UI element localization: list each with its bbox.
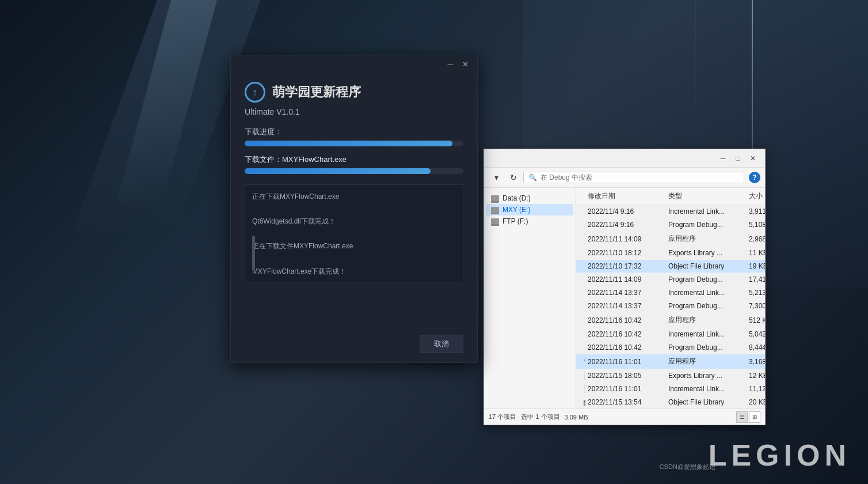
file-type: Program Debug... [666,220,747,229]
drive-item-d[interactable]: Data (D:) [486,192,573,204]
table-row[interactable]: 2022/11/11 14:09 应用程序 2,968 KB [576,232,765,247]
minimize-button[interactable]: ─ [444,58,456,70]
file-size: 3,168 KB [747,357,765,366]
drive-icon-e [491,207,499,213]
file-type: Exports Library ... [666,371,747,380]
table-row[interactable]: 📄 QUpdater.exp 2022/11/15 18:05 Exports … [576,369,765,383]
file-date: 2022/11/14 13:37 [585,288,666,297]
table-row[interactable]: 📄 QUpdater.ilk 2022/11/16 11:01 Incremen… [576,383,765,396]
file-size: 12 KB [747,371,765,380]
dialog-header: ↑ 萌学园更新程序 [245,82,463,103]
search-box: 🔍 [523,172,744,183]
status-item-count: 17 个项目 [489,413,516,421]
file-name [581,305,585,307]
drive-item-f[interactable]: FTP (F:) [486,215,573,227]
view-grid-button[interactable]: ⊞ [749,411,760,423]
file-date: 2022/11/14 13:37 [585,301,666,311]
dialog-titlebar: ─ ✕ [231,55,477,73]
table-row[interactable]: 2022/11/16 10:42 Incremental Link... 5,0… [576,328,765,341]
file-size: 2,968 KB [747,235,765,244]
table-row[interactable]: 2022/11/10 18:12 Exports Library ... 11 … [576,247,765,260]
file-type: Object File Library [666,398,747,407]
file-size: 7,300 KB [747,301,765,311]
file-name [581,239,585,240]
cancel-button[interactable]: 取消 [420,335,463,353]
table-row[interactable]: 2022/11/14 13:37 Incremental Link... 5,2… [576,286,765,300]
file-date: 2022/11/11 14:09 [585,275,666,284]
search-icon: 🔍 [528,173,537,181]
status-size: 3.09 MB [565,414,588,421]
file-type: Incremental Link... [666,288,747,297]
progress-bar2-fill [245,168,431,174]
file-type: 应用程序 [666,233,747,244]
file-size: 17,412 KB [747,275,765,284]
table-row[interactable]: 2022/11/4 9:16 Incremental Link... 3,911… [576,205,765,218]
explorer-right-panel: 修改日期 类型 大小 2022/11/4 9:16 Incremental Li… [576,188,765,409]
file-type: Incremental Link... [666,207,747,216]
progress-bar-container [245,141,463,146]
drive-icon-f [491,218,499,224]
col-header-type: 类型 [666,190,747,202]
close-button[interactable]: ✕ [459,58,471,70]
file-size: 5,108 KB [747,220,765,229]
drive-icon-d [491,195,499,201]
file-size: 512 KB [747,316,765,325]
table-row[interactable]: 2022/11/14 13:37 Program Debug... 7,300 … [576,300,765,313]
file-date: 2022/11/15 18:05 [585,371,666,380]
update-icon: ↑ [245,82,265,103]
file-size: 3,911 KB [747,207,765,216]
explorer-maximize-button[interactable]: □ [730,152,745,165]
explorer-refresh-button[interactable]: ↻ [506,170,521,185]
table-row-highlighted[interactable]: 🔧 QUpdater.exp 2022/11/16 11:01 应用程序 3,1… [576,354,765,369]
table-row[interactable]: 2022/11/16 10:42 应用程序 512 KB [576,313,765,328]
log-line-7: MXYFlowChart.exe下载完成！ [252,266,456,278]
log-line-4 [252,228,456,241]
log-scrollbar-thumb [252,236,255,270]
file-date: 2022/11/16 10:42 [585,330,666,339]
explorer-titlebar: ─ □ ✕ [484,149,765,168]
file-name: ▦ QUpdater.lib [581,398,585,407]
drive-item-e[interactable]: MXY (E:) [486,204,573,215]
legion-watermark: LEGION [709,438,851,472]
explorer-toolbar: ▾ ↻ 🔍 ? [484,168,765,188]
file-size: 8,444 KB [747,343,765,352]
progress-bar2-container [245,168,463,174]
explorer-minimize-button[interactable]: ─ [715,152,730,165]
updater-dialog: ─ ✕ ↑ 萌学园更新程序 Ultimate V1.0.1 下载进度： 下载文件… [230,55,478,363]
explorer-window: ─ □ ✕ ▾ ↻ 🔍 ? Data (D:) MXY (E:) FTP (F:… [484,149,766,425]
table-row[interactable]: ▦ QUpdater.lib 2022/11/15 13:54 Object F… [576,396,765,409]
log-line-5: 正在下载文件MXYFlowChart.exe [252,240,456,253]
log-line-3: Qt6Widgetsd.dll下载完成！ [252,215,456,228]
file-date: 2022/11/11 14:09 [585,235,666,244]
search-input[interactable] [540,173,739,181]
file-name [581,266,585,267]
explorer-dropdown-button[interactable]: ▾ [489,170,504,185]
dialog-title: 萌学园更新程序 [272,84,361,101]
view-list-button[interactable]: ☰ [736,411,748,423]
table-row[interactable]: 2022/11/11 14:09 Program Debug... 17,412… [576,273,765,286]
file-name [581,211,585,212]
table-row[interactable]: 2022/11/4 9:16 Program Debug... 5,108 KB [576,218,765,232]
file-date: 2022/11/4 9:16 [585,220,666,229]
file-date: 2022/11/15 13:54 [585,398,666,407]
explorer-left-panel: Data (D:) MXY (E:) FTP (F:) [484,188,576,409]
file-name [581,224,585,225]
csdn-label: CSDN@爱想象起记 [660,463,715,471]
file-date: 2022/11/10 18:12 [585,248,666,258]
table-row[interactable]: 2022/11/16 10:42 Program Debug... 8,444 … [576,341,765,354]
col-header-size: 大小 [747,190,765,202]
file-name [581,279,585,280]
help-button[interactable]: ? [749,172,760,183]
table-row-selected[interactable]: 2022/11/10 17:32 Object File Library 19 … [576,260,765,273]
file-type: Program Debug... [666,301,747,311]
file-type: Incremental Link... [666,330,747,339]
file-size: 11 KB [747,248,765,258]
log-line-6 [252,253,456,266]
progress-label: 下载进度： [245,127,463,137]
table-header: 修改日期 类型 大小 [576,188,765,205]
status-selected: 选中 1 个项目 [521,413,559,421]
explorer-close-button[interactable]: ✕ [745,152,760,165]
file-type: 应用程序 [666,356,747,367]
col-header-name [581,190,585,202]
file-date: 2022/11/16 10:42 [585,343,666,352]
